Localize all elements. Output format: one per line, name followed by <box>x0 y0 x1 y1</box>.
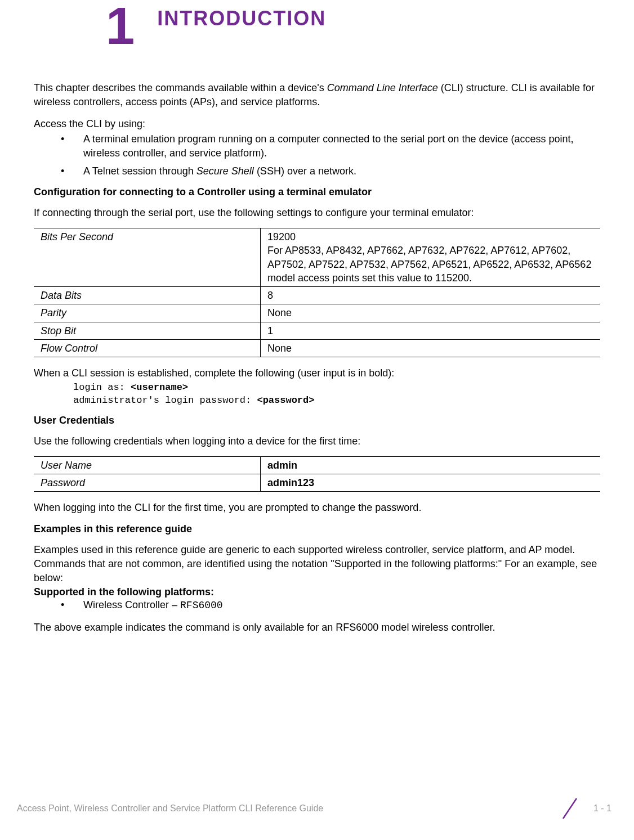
text-bold: <password> <box>257 395 314 406</box>
footer-title: Access Point, Wireless Controller and Se… <box>17 803 323 814</box>
row-value: 1 <box>260 322 600 339</box>
credentials-paragraph: Use the following credentials when loggi… <box>34 434 600 448</box>
config-heading: Configuration for connecting to a Contro… <box>34 186 600 198</box>
supported-platforms-list: Wireless Controller – RFS6000 <box>61 598 600 613</box>
row-value: 8 <box>260 287 600 304</box>
table-row: Flow Control None <box>34 339 600 357</box>
text-italic: Secure Shell <box>197 165 254 177</box>
list-item: A Telnet session through Secure Shell (S… <box>61 164 600 178</box>
table-row: Parity None <box>34 304 600 322</box>
access-methods-list: A terminal emulation program running on … <box>61 132 600 178</box>
text: Wireless Controller – <box>83 599 180 610</box>
footer-right: 1 - 1 <box>559 797 611 820</box>
text: (SSH) over a network. <box>254 165 356 177</box>
table-row: Password admin123 <box>34 474 600 492</box>
table-row: User Name admin <box>34 456 600 474</box>
table-row: Stop Bit 1 <box>34 322 600 339</box>
row-value: admin123 <box>260 474 600 492</box>
intro-paragraph-1: This chapter describes the commands avai… <box>34 81 600 109</box>
text-bold: <username> <box>131 382 188 393</box>
row-label: Flow Control <box>34 339 260 357</box>
session-paragraph: When a CLI session is established, compl… <box>34 366 600 380</box>
credentials-heading: User Credentials <box>34 415 600 426</box>
code-line: administrator's login password: <passwor… <box>73 394 600 407</box>
row-label: Password <box>34 474 260 492</box>
text: The above example indicates the command … <box>34 622 322 633</box>
list-item: A terminal emulation program running on … <box>61 132 600 160</box>
chapter-number: 1 <box>106 6 135 47</box>
example-explanation-paragraph: The above example indicates the command … <box>34 621 600 635</box>
row-label: Bits Per Second <box>34 228 260 286</box>
text-mono: RFS6000 <box>180 600 223 611</box>
content-area: This chapter describes the commands avai… <box>34 81 600 635</box>
page-footer: Access Point, Wireless Controller and Se… <box>17 797 611 820</box>
chapter-header: 1 INTRODUCTION <box>106 6 600 47</box>
text: an <box>322 622 336 633</box>
row-label: Parity <box>34 304 260 322</box>
supported-platforms-heading: Supported in the following platforms: <box>34 586 600 598</box>
text: A Telnet session through <box>83 165 197 177</box>
text: This chapter describes the commands avai… <box>34 82 327 93</box>
terminal-settings-table: Bits Per Second 19200 For AP8533, AP8432… <box>34 228 600 357</box>
table-row: Bits Per Second 19200 For AP8533, AP8432… <box>34 228 600 286</box>
examples-heading: Examples in this reference guide <box>34 523 600 535</box>
svg-line-0 <box>563 798 577 819</box>
text: login as: <box>73 382 131 393</box>
login-code-block: login as: <username> administrator's log… <box>73 381 600 406</box>
row-label: User Name <box>34 456 260 474</box>
slash-icon <box>559 797 581 820</box>
text: RFS6000 model wireless controller. <box>336 622 495 633</box>
page-number: 1 - 1 <box>593 803 611 814</box>
list-item: Wireless Controller – RFS6000 <box>61 598 600 613</box>
config-paragraph: If connecting through the serial port, u… <box>34 206 600 220</box>
examples-paragraph: Examples used in this reference guide ar… <box>34 543 600 586</box>
table-row: Data Bits 8 <box>34 287 600 304</box>
row-label: Data Bits <box>34 287 260 304</box>
password-change-paragraph: When logging into the CLI for the first … <box>34 501 600 515</box>
row-value: None <box>260 304 600 322</box>
row-label: Stop Bit <box>34 322 260 339</box>
row-value: None <box>260 339 600 357</box>
code-line: login as: <username> <box>73 381 600 394</box>
chapter-title: INTRODUCTION <box>157 7 326 30</box>
text-italic: Command Line Interface <box>327 82 438 93</box>
credentials-table: User Name admin Password admin123 <box>34 456 600 492</box>
row-value: 19200 For AP8533, AP8432, AP7662, AP7632… <box>260 228 600 286</box>
row-value: admin <box>260 456 600 474</box>
text: administrator's login password: <box>73 395 257 406</box>
intro-paragraph-2: Access the CLI by using: <box>34 117 600 131</box>
